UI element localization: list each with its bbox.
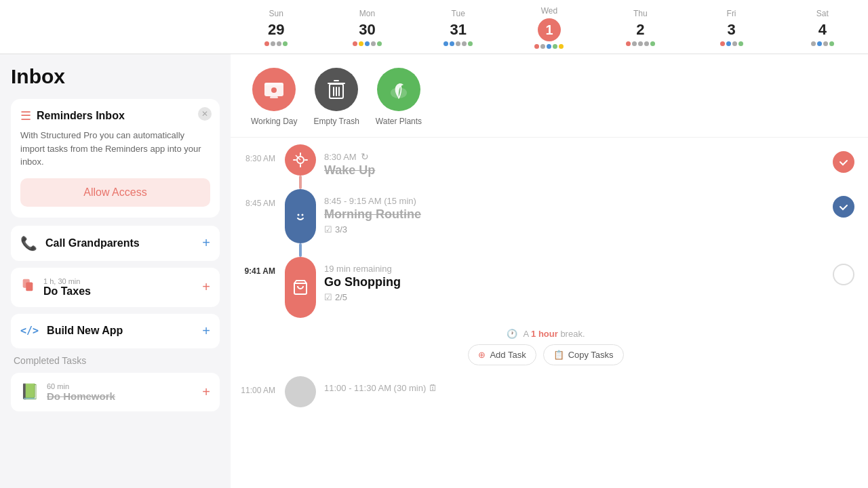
task-bubble-wake-up	[285, 144, 316, 176]
task-name: Call Grandparents	[45, 237, 140, 249]
cal-day-name: Wed	[541, 6, 557, 16]
cal-day-name: Sun	[269, 9, 283, 18]
task-check-morning-routine[interactable]	[833, 196, 854, 218]
add-task-label: Add Task	[490, 350, 526, 360]
sidebar-task-build-new-app[interactable]: </>Build New App+	[11, 314, 220, 348]
sidebar-task-do-taxes[interactable]: 1 h, 30 minDo Taxes+	[11, 268, 220, 307]
cal-dot	[271, 41, 275, 46]
task-bubble-go-shopping	[285, 257, 316, 318]
cal-day-1[interactable]: Wed1	[504, 0, 595, 54]
task-subtitle: ☑3/3	[324, 224, 823, 235]
task-icon-build-new-app: </>	[20, 325, 39, 337]
cal-day-2[interactable]: Thu2	[595, 0, 686, 54]
cal-dot	[638, 41, 643, 46]
cal-dot	[468, 41, 473, 46]
cal-dots	[353, 41, 382, 46]
copy-tasks-button[interactable]: 📋Copy Tasks	[543, 344, 624, 365]
cal-dot	[732, 41, 737, 46]
bottom-connector	[285, 376, 316, 407]
completed-task-do-homework[interactable]: 📗60 minDo Homework+	[11, 373, 220, 411]
cal-dot	[559, 44, 564, 49]
calendar-bar: Sun29Mon30Tue31Wed1Thu2Fri3Sat4	[0, 0, 868, 54]
svg-rect-4	[270, 96, 278, 98]
cal-dot	[283, 41, 288, 46]
cal-day-number: 29	[268, 21, 284, 39]
cal-dot	[371, 41, 376, 46]
cal-dots	[720, 41, 743, 46]
task-content: 8:45 - 9:15 AM (15 min)Morning Routine☑3…	[316, 189, 833, 241]
allow-access-button[interactable]: Allow Access	[20, 178, 210, 207]
add-task-button-call-grandparents[interactable]: +	[202, 235, 210, 251]
task-name: Do Taxes	[43, 285, 91, 298]
top-icon-label-water-plants: Water Plants	[376, 117, 422, 126]
timeline-time-label: 11:00 AM	[237, 376, 285, 395]
cal-dot	[553, 44, 557, 49]
task-time-row: 8:45 - 9:15 AM (15 min)	[324, 196, 823, 206]
add-icon: ⊕	[478, 350, 486, 360]
add-task-button-do-taxes[interactable]: +	[202, 279, 210, 295]
top-icon-circle-working-day	[252, 68, 296, 111]
cal-dot	[823, 41, 828, 46]
top-icon-circle-empty-trash	[315, 68, 358, 111]
task-meta: 1 h, 30 minDo Taxes	[43, 277, 91, 298]
cal-day-number: 30	[359, 21, 375, 39]
task-item-left: 📗60 minDo Homework	[20, 382, 115, 402]
cal-dot	[365, 41, 370, 46]
cal-dot	[811, 41, 816, 46]
cal-dot	[450, 41, 454, 46]
copy-icon: 📋	[553, 350, 564, 360]
task-check-go-shopping[interactable]	[833, 264, 854, 285]
task-item-left: </>Build New App	[20, 325, 123, 337]
cal-day-number: 4	[818, 21, 827, 39]
sidebar: Inbox ☰ Reminders Inbox ✕ With Structure…	[0, 54, 231, 488]
svg-rect-3	[264, 83, 283, 85]
timeline-connector	[285, 189, 316, 257]
timeline-row-go-shopping: 9:41 AM19 min remainingGo Shopping☑2/5	[237, 257, 854, 318]
top-icon-circle-water-plants	[377, 68, 420, 111]
add-task-button-build-new-app[interactable]: +	[202, 323, 210, 339]
top-icon-empty-trash[interactable]: Empty Trash	[313, 68, 359, 126]
cal-dot	[738, 41, 743, 46]
task-icon-call-grandparents: 📞	[20, 235, 37, 251]
task-meta: Build New App	[47, 325, 123, 337]
cal-day-4[interactable]: Sat4	[777, 0, 868, 54]
cal-dot	[547, 44, 551, 49]
svg-rect-1	[26, 282, 33, 291]
top-icon-water-plants[interactable]: Water Plants	[376, 68, 422, 126]
top-icon-working-day[interactable]: Working Day	[251, 68, 297, 126]
cal-dot	[353, 41, 357, 46]
task-title: Wake Up	[324, 163, 823, 178]
cal-day-31[interactable]: Tue31	[413, 0, 504, 54]
task-title: Go Shopping	[324, 275, 823, 289]
break-section: 🕐A 1 hour break.⊕Add Task📋Copy Tasks	[237, 318, 854, 365]
bottom-task-content: 11:00 - 11:30 AM (30 min) 🗓	[316, 376, 854, 400]
task-bubble-morning-routine	[285, 189, 316, 243]
reminders-close-button[interactable]: ✕	[198, 107, 212, 121]
add-task-button[interactable]: ⊕Add Task	[468, 344, 536, 365]
top-icon-label-empty-trash: Empty Trash	[313, 117, 359, 126]
timeline-time-label: 9:41 AM	[237, 257, 285, 276]
cal-dot	[829, 41, 834, 46]
cal-dot	[264, 41, 269, 46]
cal-day-30[interactable]: Mon30	[321, 0, 412, 54]
cal-dot	[359, 41, 363, 46]
completed-section-label: Completed Tasks	[14, 355, 220, 366]
task-check-wake-up[interactable]	[833, 151, 854, 173]
task-name: Build New App	[47, 325, 123, 337]
cal-day-3[interactable]: Fri3	[686, 0, 776, 54]
task-time-row: 19 min remaining	[324, 264, 823, 274]
cal-day-number: 3	[727, 21, 735, 39]
cal-day-29[interactable]: Sun29	[231, 0, 321, 54]
cal-dots	[626, 41, 655, 46]
cal-day-number: 1	[538, 18, 561, 41]
completed-icon-do-homework: 📗	[20, 383, 39, 401]
timeline-time-label: 8:30 AM	[237, 144, 285, 163]
task-duration: 1 h, 30 min	[43, 277, 91, 285]
break-row: 🕐A 1 hour break.	[237, 318, 854, 344]
reminders-list-icon: ☰	[20, 108, 31, 123]
sidebar-task-call-grandparents[interactable]: 📞Call Grandparents+	[11, 226, 220, 261]
task-time-text: 8:45 - 9:15 AM (15 min)	[324, 196, 416, 206]
add-completed-button-do-homework[interactable]: +	[202, 384, 210, 400]
task-content: 19 min remainingGo Shopping☑2/5	[316, 257, 833, 309]
svg-point-17	[294, 209, 307, 223]
